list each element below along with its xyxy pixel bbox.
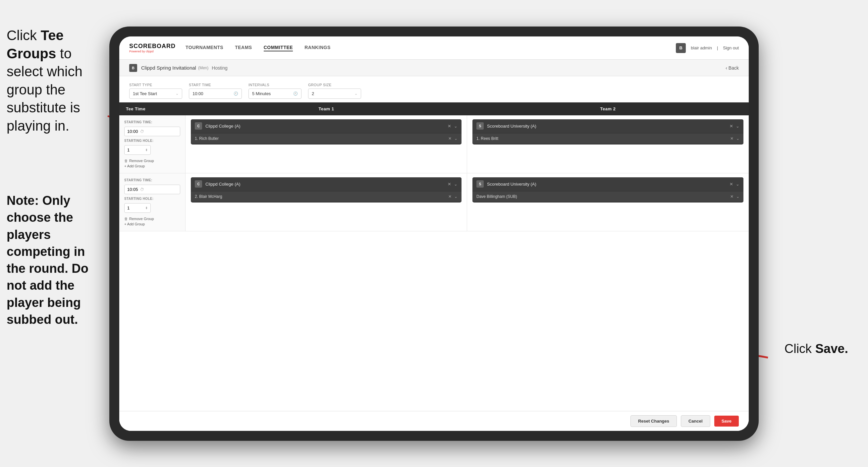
trash-icon-2: 🗑 — [124, 217, 128, 221]
start-type-arrow: ⌄ — [176, 91, 179, 96]
nav-tournaments[interactable]: TOURNAMENTS — [186, 45, 223, 51]
player-chevron-icon-1-2[interactable]: ⌄ — [736, 136, 740, 141]
player-name-2-2-1: Dave Billingham (SUB) — [476, 194, 727, 199]
add-group-1[interactable]: + Add Group — [124, 164, 180, 168]
tee-time-value-1: 10:00 — [127, 129, 138, 134]
sub-header-logo: B — [129, 64, 137, 72]
sub-header: B Clippd Spring Invitational (Men) Hosti… — [119, 60, 749, 76]
player-close-icon-2-2[interactable]: ✕ — [730, 194, 734, 199]
intervals-input[interactable]: 5 Minutes 🕙 — [248, 88, 302, 99]
reset-changes-button[interactable]: Reset Changes — [630, 415, 677, 427]
start-time-value: 10:00 — [192, 91, 204, 96]
hole-spinner-2: ⬍ — [145, 206, 148, 210]
group-1-team2: S Scoreboard University (A) ✕ ⌄ 1. Rees … — [467, 115, 749, 173]
back-button[interactable]: ‹ Back — [725, 65, 739, 70]
nav-committee[interactable]: COMMITTEE — [264, 45, 293, 51]
team-chevron-icon-2-1[interactable]: ⌄ — [454, 182, 458, 186]
hosting-label: Hosting — [212, 65, 227, 70]
group-1-actions: 🗑 Remove Group + Add Group — [124, 159, 180, 168]
starting-hole-label-2: STARTING HOLE: — [124, 197, 180, 201]
player-chevron-icon-1[interactable]: ⌄ — [454, 136, 458, 141]
player-close-icon-2-1[interactable]: ✕ — [448, 194, 452, 199]
team-card-1-1[interactable]: C Clippd College (A) ✕ ⌄ 1. Rich Butler — [191, 119, 462, 145]
group-size-arrow: ⌄ — [354, 91, 358, 96]
header-team1: Team 1 — [186, 103, 467, 115]
starting-hole-label-1: STARTING HOLE: — [124, 139, 180, 143]
team-card-actions-1-2: ✕ ⌄ — [730, 124, 740, 128]
cancel-button[interactable]: Cancel — [681, 415, 710, 427]
navbar: SCOREBOARD Powered by clippd TOURNAMENTS… — [119, 36, 749, 60]
team-close-icon-1-1[interactable]: ✕ — [447, 124, 451, 128]
team-chevron-icon-1-1[interactable]: ⌄ — [454, 124, 458, 128]
group-2-team1: C Clippd College (A) ✕ ⌄ 2. Blair McHarg — [186, 173, 467, 231]
user-avatar: B — [676, 43, 686, 53]
bottom-bar: Reset Changes Cancel Save — [119, 411, 749, 431]
team-chevron-icon-2-2[interactable]: ⌄ — [736, 182, 740, 186]
hole-input-1[interactable]: 1 ⬍ — [124, 145, 151, 155]
add-group-2[interactable]: + Add Group — [124, 222, 180, 226]
team-card-header-2-2: S Scoreboard University (A) ✕ ⌄ — [472, 177, 743, 191]
group-size-label: Group Size — [308, 83, 361, 87]
team-card-actions-1-1: ✕ ⌄ — [447, 124, 458, 128]
start-time-label: Start Time — [189, 83, 242, 87]
remove-group-2[interactable]: 🗑 Remove Group — [124, 217, 180, 221]
intervals-value: 5 Minutes — [252, 91, 271, 96]
team-close-icon-1-2[interactable]: ✕ — [730, 124, 733, 128]
start-type-input[interactable]: 1st Tee Start ⌄ — [129, 88, 182, 99]
team-logo-1-2: S — [476, 122, 484, 129]
table-row: STARTING TIME: 10:05 ⏱ STARTING HOLE: 1 … — [119, 173, 749, 231]
nav-links: TOURNAMENTS TEAMS COMMITTEE RANKINGS — [186, 45, 676, 51]
player-name-1-2-1: 1. Rees Britt — [476, 136, 727, 141]
tee-time-input-1[interactable]: 10:00 ⏱ — [124, 126, 180, 136]
team-chevron-icon-1-2[interactable]: ⌄ — [736, 124, 740, 128]
start-time-input[interactable]: 10:00 🕙 — [189, 88, 242, 99]
player-row-1-1-1: 1. Rich Butler ✕ ⌄ — [191, 134, 462, 144]
hole-spinner-1: ⬍ — [145, 148, 148, 152]
sign-out-link[interactable]: Sign out — [723, 46, 739, 50]
start-type-label: Start Type — [129, 83, 182, 87]
start-time-clock: 🕙 — [234, 91, 238, 96]
team-card-header-2-1: C Clippd College (A) ✕ ⌄ — [191, 177, 462, 191]
nav-teams[interactable]: TEAMS — [235, 45, 252, 51]
trash-icon-1: 🗑 — [124, 159, 128, 163]
player-name-1-1-1: 1. Rich Butler — [195, 136, 445, 141]
player-row-2-2-1: Dave Billingham (SUB) ✕ ⌄ — [472, 192, 743, 202]
remove-group-1[interactable]: 🗑 Remove Group — [124, 159, 180, 163]
player-chevron-icon-2-1[interactable]: ⌄ — [454, 194, 458, 199]
tee-time-value-2: 10:05 — [127, 187, 138, 192]
settings-row: Start Type 1st Tee Start ⌄ Start Time 10… — [119, 76, 749, 103]
player-actions-2-2-1: ✕ ⌄ — [730, 194, 740, 199]
hole-input-2[interactable]: 1 ⬍ — [124, 203, 151, 213]
team-logo-2-2: S — [476, 180, 484, 187]
tee-groups-bold: Tee Groups — [7, 28, 64, 61]
player-close-icon-1-2[interactable]: ✕ — [730, 136, 734, 141]
team-close-icon-2-1[interactable]: ✕ — [447, 182, 451, 186]
start-type-field: Start Type 1st Tee Start ⌄ — [129, 83, 182, 99]
player-actions-1-1-1: ✕ ⌄ — [448, 136, 458, 141]
nav-rankings[interactable]: RANKINGS — [305, 45, 331, 51]
save-button[interactable]: Save — [714, 416, 739, 427]
tablet-screen: SCOREBOARD Powered by clippd TOURNAMENTS… — [119, 36, 749, 431]
team-close-icon-2-2[interactable]: ✕ — [730, 182, 733, 186]
starting-time-label-2: STARTING TIME: — [124, 178, 180, 182]
player-chevron-icon-2-2[interactable]: ⌄ — [736, 194, 740, 199]
player-close-icon-1[interactable]: ✕ — [448, 136, 452, 141]
tee-table: Tee Time Team 1 Team 2 STARTING TIME: 10… — [119, 103, 749, 411]
team-card-2-2[interactable]: S Scoreboard University (A) ✕ ⌄ Dave Bil… — [472, 177, 743, 203]
tournament-name: Clippd Spring Invitational — [141, 65, 196, 70]
tee-time-input-2[interactable]: 10:05 ⏱ — [124, 185, 180, 194]
player-row-2-1-1: 2. Blair McHarg ✕ ⌄ — [191, 192, 462, 202]
team-card-1-2[interactable]: S Scoreboard University (A) ✕ ⌄ 1. Rees … — [472, 119, 743, 145]
group-size-input[interactable]: 2 ⌄ — [308, 88, 361, 99]
player-actions-1-2-1: ✕ ⌄ — [730, 136, 740, 141]
tablet-frame: SCOREBOARD Powered by clippd TOURNAMENTS… — [109, 27, 759, 441]
player-row-1-2-1: 1. Rees Britt ✕ ⌄ — [472, 134, 743, 144]
group-size-value: 2 — [312, 91, 314, 96]
main-content: Start Type 1st Tee Start ⌄ Start Time 10… — [119, 76, 749, 431]
header-tee-time: Tee Time — [119, 103, 186, 115]
clock-icon-2: ⏱ — [140, 187, 144, 192]
team-card-actions-2-2: ✕ ⌄ — [730, 182, 740, 186]
note-bold: Note: Only choose the players competing … — [7, 194, 89, 326]
note-text: Note: Only choose the players competing … — [0, 192, 103, 328]
team-card-2-1[interactable]: C Clippd College (A) ✕ ⌄ 2. Blair McHarg — [191, 177, 462, 203]
